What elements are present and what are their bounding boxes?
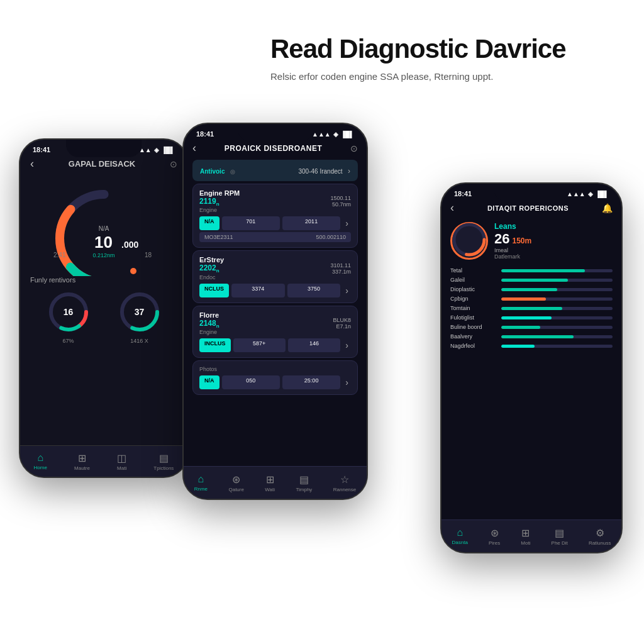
metric-val1-1: 3374: [231, 284, 285, 297]
metric-arrow-0[interactable]: ›: [343, 216, 351, 230]
metric-range-bot-1: 337.1m: [330, 269, 351, 275]
bell-icon-right[interactable]: 🔔: [602, 203, 613, 213]
wifi-icon-c: ◈: [333, 131, 338, 138]
svg-text:10: 10: [94, 233, 113, 252]
metric-row-0: N/A 701 2011 ›: [199, 216, 351, 230]
category-bar-fill: [501, 345, 535, 348]
category-item: Nagdrfeol: [450, 343, 613, 349]
home-icon-r: ⌂: [457, 527, 463, 538]
person-icon-r: ⊛: [491, 527, 499, 539]
highlight-icon: ◎: [230, 169, 235, 175]
bookmark-icon-r: ▤: [555, 527, 564, 539]
center-header-title: PROAICK DISEDROANET: [196, 144, 350, 153]
nav-moti[interactable]: ⊞ Moti: [521, 527, 530, 546]
nav-mautre[interactable]: ⊞ Mautre: [74, 452, 90, 471]
metric-sub-0: Engine: [199, 207, 240, 213]
status-time-left: 18:41: [33, 146, 50, 153]
metric-arrow-1[interactable]: ›: [343, 284, 351, 297]
metric-header-2: Florre 2148n Engine BLUK8 E7.1n: [199, 311, 351, 335]
category-label: Buline boord: [450, 324, 497, 330]
wifi-icon: ◈: [154, 147, 159, 153]
metric-val1-0: 701: [222, 216, 280, 230]
svg-text:0.212nm: 0.212nm: [92, 252, 114, 258]
right-speed: 26: [494, 231, 509, 247]
nav-dasnta[interactable]: ⌂ Dasnta: [452, 527, 468, 545]
metric-value-1: 2202n: [199, 264, 224, 274]
nav-rannense[interactable]: ☆ Rannense: [333, 474, 356, 492]
settings-icon-center[interactable]: ⊙: [350, 143, 358, 153]
metric-sub-3: Photos: [199, 366, 217, 372]
metric-row-3: N/A 050 25:00 ›: [199, 375, 351, 389]
small-gauge-2: 37 1416 X: [118, 290, 162, 334]
metric-note-right-0: 500.002110: [316, 234, 346, 240]
metric-title-1: ErStrey: [199, 256, 224, 264]
score-gauge-svg: [450, 221, 488, 258]
nav-label-pires: Pires: [489, 540, 500, 546]
tpictions-icon: ▤: [159, 452, 169, 464]
highlight-right: 300-46 Irandect ›: [298, 165, 350, 176]
battery-icon: ▐█▌: [162, 147, 175, 153]
small-gauge-sub-2: 1416 X: [118, 338, 162, 344]
signal-icon-c: ▲▲▲: [312, 131, 331, 138]
nav-tpictions[interactable]: ▤ Tpictions: [153, 452, 174, 471]
phone-center-screen: 18:41 ▲▲▲ ◈ ▐█▌ ‹ PROAICK DISEDROANET ⊙ …: [184, 124, 367, 499]
category-label: Tetal: [450, 267, 497, 274]
metric-val2-3: 25:00: [282, 375, 340, 389]
svg-text:2.41: 2.41: [53, 252, 66, 258]
phone-right: 18:41 ▲▲▲ ◈ ▐█▌ ‹ DITAQIT ROPERICONS 🔔: [440, 182, 623, 553]
right-score-label: Leans: [494, 222, 531, 231]
trophy-icon-c: ▤: [299, 474, 309, 486]
metric-range-top-1: 3101.11: [330, 262, 351, 269]
home-icon-c: ⌂: [198, 474, 204, 485]
metric-btn-3[interactable]: N/A: [199, 375, 219, 389]
nav-home-left[interactable]: ⌂ Home: [34, 452, 47, 470]
wifi-icon-r: ◈: [588, 191, 593, 197]
category-item: Tetal: [450, 267, 613, 274]
metric-row-2: INCLUS 587+ 146 ›: [199, 338, 351, 352]
bottom-nav-center: ⌂ Rnme ⊛ Qature ⊞ Wati ▤ Timphy ☆ Rannen…: [184, 466, 367, 499]
nav-phe-dit[interactable]: ▤ Phe Dit: [552, 527, 568, 546]
metric-left-0: Engine RPM 2119n Engine: [199, 189, 240, 213]
metric-arrow-3[interactable]: ›: [343, 375, 351, 389]
metric-val1-2: 587+: [233, 338, 286, 352]
metric-sub-1: Endoc: [199, 274, 224, 280]
metric-right-1: 3101.11 337.1m: [330, 262, 351, 275]
battery-icon-c: ▐█▌: [341, 131, 354, 138]
metric-btn-1[interactable]: NCLUS: [199, 284, 229, 297]
metric-left-3: Photos: [199, 366, 217, 372]
grid-icon-r: ⊞: [521, 527, 530, 539]
category-item: Cpbign: [450, 296, 613, 302]
nav-pires[interactable]: ⊛ Pires: [489, 527, 500, 546]
category-bar-fill: [501, 269, 585, 272]
metric-header-3: Photos: [199, 366, 351, 372]
nav-ratlunuss[interactable]: ⚙ Ratlunuss: [589, 527, 611, 546]
nav-qature[interactable]: ⊛ Qature: [228, 474, 243, 492]
highlight-arrow[interactable]: ›: [348, 167, 350, 175]
category-bar-fill: [501, 316, 552, 319]
battery-icon-r: ▐█▌: [596, 191, 609, 197]
category-label: Galeil: [450, 277, 497, 283]
header-section: Read Diagnostic Davrice Relsic erfor cod…: [270, 35, 625, 83]
metric-arrow-2[interactable]: ›: [343, 338, 351, 352]
metric-note-0: MO3E2311 500.002110: [199, 232, 351, 242]
right-header-title: DITAQIT ROPERICONS: [454, 204, 602, 212]
settings-icon-r: ⚙: [596, 527, 604, 539]
left-header-title: GAPAL DEISACK: [34, 159, 170, 169]
metric-btn-0[interactable]: N/A: [199, 216, 219, 230]
small-gauges: 16 67% 37 1416 X: [20, 285, 187, 339]
nav-wati[interactable]: ⊞ Wati: [265, 474, 275, 492]
metric-btn-2[interactable]: INCLUS: [199, 338, 231, 352]
category-item: Tomtain: [450, 305, 613, 311]
status-icons-center: ▲▲▲ ◈ ▐█▌: [312, 131, 354, 138]
metric-note-left-0: MO3E2311: [204, 234, 233, 240]
nav-rnme[interactable]: ⌂ Rnme: [194, 474, 208, 492]
nav-mati[interactable]: ◫ Mati: [117, 452, 126, 471]
category-bar-bg: [501, 316, 613, 319]
metric-card-0: Engine RPM 2119n Engine 1500.11 50.7nm N…: [192, 184, 358, 248]
main-gauge-left: 2.41 18 N/A 10 .000 0.212nm: [20, 173, 187, 274]
settings-icon-left[interactable]: ⊙: [170, 159, 177, 169]
metric-value-2: 2148n: [199, 319, 219, 329]
highlight-value: 300-46 Irandect: [298, 168, 342, 175]
nav-timphy[interactable]: ▤ Timphy: [296, 474, 312, 492]
small-gauge-val-1: 16: [64, 307, 74, 317]
